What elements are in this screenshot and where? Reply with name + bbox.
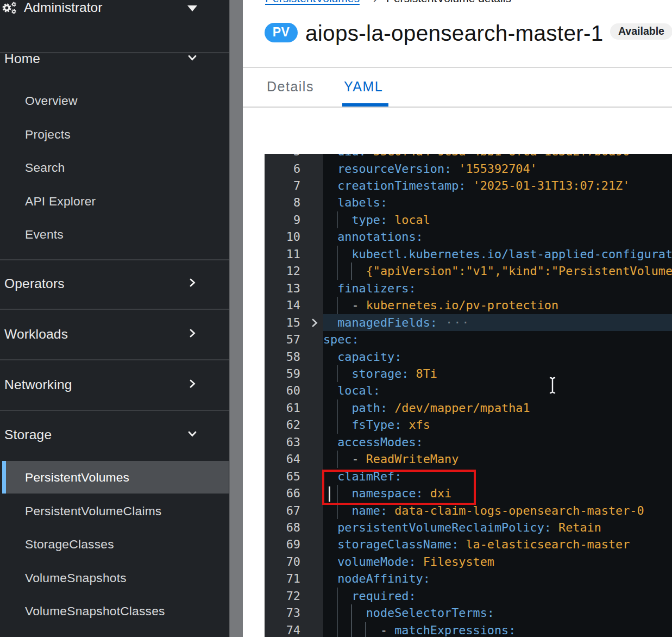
editor-line-61[interactable]: 61 path: /dev/mapper/mpatha1 bbox=[265, 399, 672, 416]
editor-line-62[interactable]: 62 fsType: xfs bbox=[265, 416, 672, 433]
sidebar-item-events[interactable]: Events bbox=[25, 227, 64, 242]
sidebar-section-home[interactable]: Home bbox=[4, 51, 40, 66]
code-text: uid: 55e0f4a4-9c3a-4bb1-8fca-1e3d2f7b6a9… bbox=[323, 154, 630, 160]
editor-line-71[interactable]: 71 nodeAffinity: bbox=[265, 570, 672, 587]
token-v: '2025-01-31T13:07:21Z' bbox=[466, 179, 630, 192]
breadcrumb-current: PersistentVolume details bbox=[386, 0, 511, 4]
editor-line-59[interactable]: 59 storage: 8Ti bbox=[265, 365, 672, 382]
token-v: Filesystem bbox=[416, 555, 494, 569]
editor-line-12[interactable]: 12 {"apiVersion":"v1","kind":"Persistent… bbox=[265, 263, 672, 279]
token-k: volumeMode: bbox=[323, 555, 416, 569]
sidebar-section-home-chevron bbox=[187, 52, 198, 65]
breadcrumb: PersistentVolumes›PersistentVolume detai… bbox=[265, 0, 511, 5]
token-k: spec: bbox=[323, 333, 359, 346]
sidebar-section-storage-chevron bbox=[187, 428, 198, 441]
code-text: type: local bbox=[323, 211, 430, 228]
code-text: local: bbox=[323, 382, 380, 399]
token-k: required: bbox=[323, 589, 416, 603]
editor-line-73[interactable]: 73 nodeSelectorTerms: bbox=[265, 604, 672, 621]
line-number: 5 bbox=[265, 154, 300, 160]
line-number: 68 bbox=[265, 519, 300, 536]
token-k: storageClassName: bbox=[323, 538, 459, 551]
editor-line-14[interactable]: 14 - kubernetes.io/pv-protection bbox=[265, 297, 672, 314]
editor-line-8[interactable]: 8 labels: bbox=[265, 194, 672, 211]
sidebar-item-api explorer[interactable]: API Explorer bbox=[25, 193, 96, 208]
editor-line-13[interactable]: 13 finalizers: bbox=[265, 280, 672, 297]
sidebar-scrollbar[interactable] bbox=[229, 0, 243, 637]
editor-line-60[interactable]: 60 local: bbox=[265, 382, 672, 399]
yaml-editor[interactable]: 5 uid: 55e0f4a4-9c3a-4bb1-8fca-1e3d2f7b6… bbox=[265, 154, 672, 637]
editor-line-6[interactable]: 6 resourceVersion: '155392704' bbox=[265, 160, 672, 177]
editor-line-69[interactable]: 69 storageClassName: la-elasticsearch-ma… bbox=[265, 536, 672, 553]
line-number: 9 bbox=[265, 211, 300, 228]
token-p: - bbox=[323, 452, 366, 466]
editor-line-70[interactable]: 70 volumeMode: Filesystem bbox=[265, 553, 672, 570]
token-k: creationTimestamp: bbox=[323, 179, 466, 192]
editor-line-63[interactable]: 63 accessModes: bbox=[265, 434, 672, 451]
editor-line-10[interactable]: 10 annotations: bbox=[265, 228, 672, 245]
editor-line-11[interactable]: 11 kubectl.kubernetes.io/last-applied-co… bbox=[265, 246, 672, 263]
chevron-right-icon bbox=[187, 277, 198, 288]
editor-line-68[interactable]: 68 persistentVolumeReclaimPolicy: Retain bbox=[265, 519, 672, 536]
editor-line-7[interactable]: 7 creationTimestamp: '2025-01-31T13:07:2… bbox=[265, 177, 672, 194]
token-v: /dev/mapper/mpatha1 bbox=[387, 401, 530, 415]
sidebar-divider bbox=[0, 309, 229, 310]
resource-kind-badge: PV bbox=[265, 23, 298, 42]
code-text: managedFields: ··· bbox=[323, 314, 470, 331]
token-k: persistentVolumeReclaimPolicy: bbox=[323, 521, 551, 534]
sidebar-item-projects[interactable]: Projects bbox=[25, 127, 71, 141]
tab-details[interactable]: Details bbox=[267, 79, 314, 95]
sidebar-item-persistentvolumes[interactable]: PersistentVolumes bbox=[25, 470, 129, 485]
sidebar-section-workloads[interactable]: Workloads bbox=[4, 327, 68, 342]
token-p: - bbox=[323, 623, 394, 637]
line-number: 63 bbox=[265, 434, 300, 451]
perspective-label: Administrator bbox=[24, 0, 102, 15]
sidebar-item-storageclasses[interactable]: StorageClasses bbox=[25, 537, 114, 552]
editor-line-64[interactable]: 64 - ReadWriteMany bbox=[265, 451, 672, 467]
token-v: Retain bbox=[551, 521, 601, 534]
editor-line-9[interactable]: 9 type: local bbox=[265, 211, 672, 228]
fold-chevron-icon[interactable] bbox=[309, 316, 320, 333]
line-number: 7 bbox=[265, 177, 300, 194]
line-number: 10 bbox=[265, 228, 300, 245]
sidebar-section-workloads-chevron bbox=[187, 328, 198, 341]
token-k: accessModes: bbox=[323, 435, 423, 449]
perspective-switcher[interactable]: Administrator bbox=[0, 0, 229, 52]
sidebar-section-networking[interactable]: Networking bbox=[4, 377, 72, 392]
token-v: 55e0f4a4-9c3a-4bb1-8fca-1e3d2f7b6a90 bbox=[366, 154, 630, 158]
token-v: xfs bbox=[401, 418, 430, 432]
sidebar-section-storage[interactable]: Storage bbox=[4, 427, 52, 442]
editor-line-58[interactable]: 58 capacity: bbox=[265, 348, 672, 365]
page-title: aiops-la-opensearch-master-1 bbox=[305, 20, 604, 47]
code-text: finalizers: bbox=[323, 280, 416, 297]
code-text: capacity: bbox=[323, 348, 401, 365]
tabs-divider bbox=[243, 107, 672, 108]
code-text: accessModes: bbox=[323, 434, 423, 451]
token-k: local: bbox=[323, 384, 380, 397]
sidebar-item-search[interactable]: Search bbox=[25, 160, 65, 175]
tab-yaml[interactable]: YAML bbox=[344, 79, 383, 95]
line-number: 15 bbox=[265, 314, 300, 331]
sidebar-item-persistentvolumeclaims[interactable]: PersistentVolumeClaims bbox=[25, 503, 161, 518]
token-k: kubectl.kubernetes.io/last-applied-confi… bbox=[323, 247, 672, 261]
sidebar-item-overview[interactable]: Overview bbox=[25, 93, 78, 108]
editor-line-5[interactable]: 5 uid: 55e0f4a4-9c3a-4bb1-8fca-1e3d2f7b6… bbox=[265, 154, 672, 160]
sidebar-item-volumesnapshotclasses[interactable]: VolumeSnapshotClasses bbox=[25, 604, 165, 619]
code-text: volumeMode: Filesystem bbox=[323, 553, 494, 570]
line-number: 64 bbox=[265, 451, 300, 467]
code-text: storage: 8Ti bbox=[323, 365, 437, 382]
editor-line-74[interactable]: 74 - matchExpressions: bbox=[265, 622, 672, 637]
editor-line-57[interactable]: 57spec: bbox=[265, 331, 672, 348]
chevron-right-icon bbox=[187, 378, 198, 389]
line-number: 62 bbox=[265, 416, 300, 433]
line-number: 70 bbox=[265, 553, 300, 570]
token-v: la-elasticsearch-master bbox=[459, 538, 630, 551]
sidebar-section-operators[interactable]: Operators bbox=[4, 276, 65, 291]
token-k: storage: bbox=[323, 367, 409, 380]
editor-line-72[interactable]: 72 required: bbox=[265, 588, 672, 604]
sidebar-section-operators-chevron bbox=[187, 277, 198, 290]
sidebar-item-volumesnapshots[interactable]: VolumeSnapshots bbox=[25, 570, 127, 585]
breadcrumb-link-persistentvolumes[interactable]: PersistentVolumes bbox=[265, 0, 360, 4]
editor-line-15[interactable]: 15 managedFields: ··· bbox=[265, 314, 672, 331]
token-k: fsType: bbox=[323, 418, 401, 432]
